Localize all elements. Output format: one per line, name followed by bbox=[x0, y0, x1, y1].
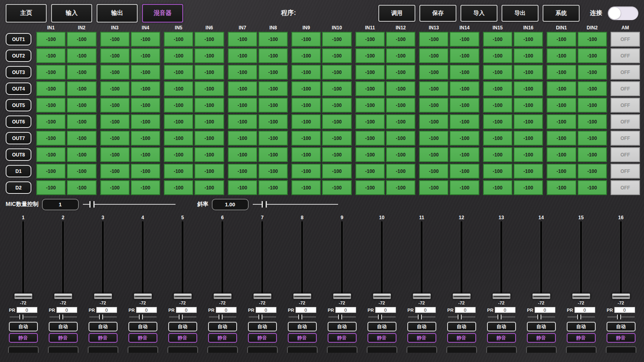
matrix-cell-out3-in2[interactable]: -100 bbox=[67, 65, 96, 80]
matrix-cell-d1-in15[interactable]: -100 bbox=[483, 164, 512, 179]
matrix-cell-out7-in1[interactable]: -100 bbox=[36, 131, 66, 146]
connect-toggle[interactable] bbox=[608, 6, 638, 20]
matrix-cell-out8-in13[interactable]: -100 bbox=[419, 147, 448, 162]
matrix-cell-out2-in10[interactable]: -100 bbox=[322, 48, 351, 63]
channel-mini-slider[interactable] bbox=[568, 315, 595, 319]
matrix-cell-d1-in5[interactable]: -100 bbox=[164, 164, 193, 179]
auto-button-11[interactable]: 自动 bbox=[407, 322, 436, 331]
matrix-cell-d1-in12[interactable]: -100 bbox=[386, 164, 415, 179]
matrix-cell-out8-in10[interactable]: -100 bbox=[322, 147, 351, 162]
matrix-cell-out6-in16[interactable]: -100 bbox=[514, 114, 543, 129]
matrix-cell-out6-am[interactable]: OFF bbox=[611, 114, 640, 129]
matrix-cell-out7-in9[interactable]: -100 bbox=[291, 131, 321, 146]
matrix-cell-out2-in5[interactable]: -100 bbox=[164, 48, 193, 63]
mini-slider-handle[interactable] bbox=[497, 315, 502, 319]
matrix-cell-out6-din2[interactable]: -100 bbox=[578, 114, 607, 129]
mini-slider-handle[interactable] bbox=[179, 315, 183, 319]
matrix-cell-out5-in3[interactable]: -100 bbox=[100, 98, 130, 113]
pr-value-field[interactable]: 0 bbox=[415, 307, 436, 313]
matrix-cell-out4-in11[interactable]: -100 bbox=[355, 81, 385, 96]
matrix-row-header-out3[interactable]: OUT3 bbox=[6, 66, 31, 78]
mute-button-5[interactable]: 静音 bbox=[168, 333, 197, 343]
fader-handle[interactable] bbox=[293, 293, 312, 299]
pr-value-field[interactable]: 0 bbox=[335, 307, 356, 313]
matrix-cell-out6-din1[interactable]: -100 bbox=[547, 114, 576, 129]
auto-button-7[interactable]: 自动 bbox=[248, 322, 277, 331]
pr-value-field[interactable]: 0 bbox=[17, 307, 37, 313]
channel-mini-slider[interactable] bbox=[89, 315, 117, 319]
matrix-cell-out6-in5[interactable]: -100 bbox=[164, 114, 193, 129]
matrix-cell-out5-in12[interactable]: -100 bbox=[386, 98, 415, 113]
channel-mini-slider[interactable] bbox=[169, 315, 196, 319]
fader-handle[interactable] bbox=[173, 293, 192, 299]
matrix-cell-d2-in13[interactable]: -100 bbox=[419, 180, 448, 195]
matrix-cell-out5-in16[interactable]: -100 bbox=[514, 98, 543, 113]
matrix-row-header-out4[interactable]: OUT4 bbox=[6, 82, 31, 95]
matrix-cell-out4-din1[interactable]: -100 bbox=[547, 81, 576, 96]
matrix-cell-out2-in15[interactable]: -100 bbox=[483, 48, 512, 63]
channel-mini-slider[interactable] bbox=[328, 315, 356, 319]
matrix-cell-out1-in13[interactable]: -100 bbox=[419, 32, 448, 47]
matrix-cell-out5-in6[interactable]: -100 bbox=[194, 98, 224, 113]
mute-button-13[interactable]: 静音 bbox=[487, 333, 516, 343]
mute-button-3[interactable]: 静音 bbox=[89, 333, 118, 343]
channel-fader-14[interactable] bbox=[521, 221, 561, 300]
mute-button-7[interactable]: 静音 bbox=[248, 333, 277, 343]
matrix-cell-out7-in4[interactable]: -100 bbox=[131, 131, 160, 146]
matrix-cell-d1-am[interactable]: OFF bbox=[611, 164, 640, 179]
matrix-cell-out1-in8[interactable]: -100 bbox=[258, 32, 288, 47]
matrix-cell-out7-in11[interactable]: -100 bbox=[355, 131, 385, 146]
matrix-cell-out5-din2[interactable]: -100 bbox=[578, 98, 607, 113]
matrix-cell-out8-din2[interactable]: -100 bbox=[578, 147, 607, 162]
matrix-cell-d2-in2[interactable]: -100 bbox=[67, 180, 96, 195]
matrix-cell-out6-in7[interactable]: -100 bbox=[228, 114, 257, 129]
matrix-cell-out6-in9[interactable]: -100 bbox=[291, 114, 321, 129]
matrix-cell-out7-in13[interactable]: -100 bbox=[419, 131, 448, 146]
fader-handle[interactable] bbox=[54, 293, 72, 299]
matrix-cell-out2-in13[interactable]: -100 bbox=[419, 48, 448, 63]
matrix-cell-out8-in7[interactable]: -100 bbox=[228, 147, 257, 162]
matrix-cell-out6-in15[interactable]: -100 bbox=[483, 114, 512, 129]
channel-fader-16[interactable] bbox=[601, 221, 641, 300]
matrix-cell-out6-in3[interactable]: -100 bbox=[100, 114, 130, 129]
matrix-cell-out6-in2[interactable]: -100 bbox=[67, 114, 96, 129]
matrix-cell-d1-in9[interactable]: -100 bbox=[291, 164, 321, 179]
auto-button-2[interactable]: 自动 bbox=[49, 322, 78, 331]
matrix-cell-out2-in8[interactable]: -100 bbox=[258, 48, 288, 63]
mini-slider-handle[interactable] bbox=[139, 315, 143, 319]
matrix-cell-d2-in4[interactable]: -100 bbox=[131, 180, 160, 195]
matrix-cell-out4-in5[interactable]: -100 bbox=[164, 81, 193, 96]
fader-handle[interactable] bbox=[14, 293, 33, 299]
matrix-cell-out7-am[interactable]: OFF bbox=[611, 131, 640, 146]
matrix-cell-d2-in16[interactable]: -100 bbox=[514, 180, 543, 195]
channel-mini-slider[interactable] bbox=[50, 315, 77, 319]
matrix-cell-out2-in1[interactable]: -100 bbox=[36, 48, 66, 63]
matrix-cell-out2-in4[interactable]: -100 bbox=[131, 48, 160, 63]
channel-fader-8[interactable] bbox=[282, 221, 322, 300]
matrix-cell-out4-in1[interactable]: -100 bbox=[36, 81, 66, 96]
matrix-cell-out5-in15[interactable]: -100 bbox=[483, 98, 512, 113]
matrix-cell-d1-din1[interactable]: -100 bbox=[547, 164, 576, 179]
matrix-cell-out4-in15[interactable]: -100 bbox=[483, 81, 512, 96]
auto-button-9[interactable]: 自动 bbox=[328, 322, 357, 331]
auto-button-1[interactable]: 自动 bbox=[9, 322, 38, 331]
channel-mini-slider[interactable] bbox=[129, 315, 157, 319]
matrix-cell-out7-in15[interactable]: -100 bbox=[483, 131, 512, 146]
matrix-row-header-out6[interactable]: OUT6 bbox=[6, 115, 31, 128]
matrix-cell-out3-din2[interactable]: -100 bbox=[578, 65, 607, 80]
auto-button-5[interactable]: 自动 bbox=[168, 322, 197, 331]
mini-slider-handle[interactable] bbox=[19, 315, 23, 319]
matrix-row-header-out2[interactable]: OUT2 bbox=[6, 49, 31, 62]
mic-count-field[interactable]: 1 bbox=[42, 199, 79, 210]
matrix-cell-out1-in7[interactable]: -100 bbox=[228, 32, 257, 47]
pr-value-field[interactable]: 0 bbox=[295, 307, 316, 313]
pr-value-field[interactable]: 0 bbox=[56, 307, 77, 313]
matrix-cell-out8-in2[interactable]: -100 bbox=[67, 147, 96, 162]
matrix-cell-out7-in16[interactable]: -100 bbox=[514, 131, 543, 146]
mute-button-10[interactable]: 静音 bbox=[367, 333, 396, 343]
matrix-cell-d2-in9[interactable]: -100 bbox=[291, 180, 321, 195]
matrix-cell-out2-in14[interactable]: -100 bbox=[450, 48, 479, 63]
mini-slider-handle[interactable] bbox=[59, 315, 63, 319]
matrix-cell-d1-in3[interactable]: -100 bbox=[100, 164, 130, 179]
matrix-cell-out8-in14[interactable]: -100 bbox=[450, 147, 479, 162]
